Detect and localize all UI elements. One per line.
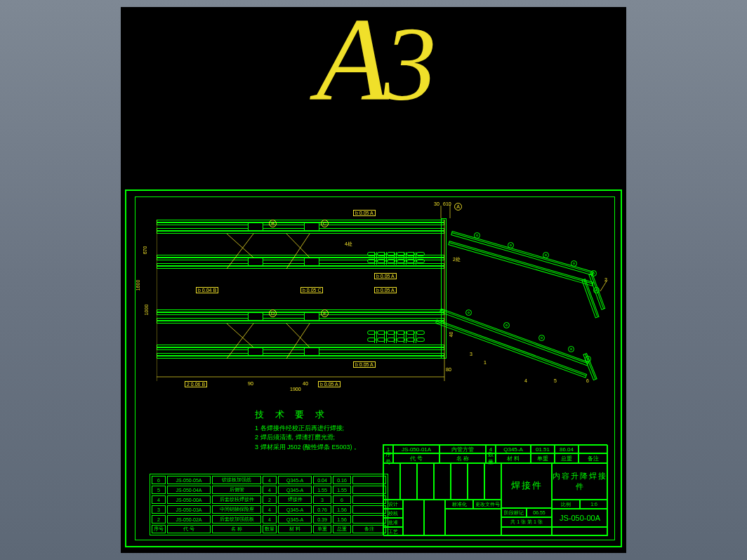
tb-weight-val: 06.55 [527, 508, 552, 517]
tech-req-line: 1 各焊接件经校正后再进行焊接; [255, 424, 360, 434]
note-4x: 4处 [345, 241, 352, 248]
tb-h: 备注 [579, 453, 608, 463]
tol-box: b 0.05 A [374, 273, 397, 279]
iso-leaders [444, 210, 655, 315]
tb-date [424, 500, 445, 536]
iso-callout: 4 [524, 378, 527, 383]
tech-req-title: 技 术 要 求 [255, 408, 360, 422]
tb-h: 数量 [486, 453, 496, 463]
tb-stage: 阶段标记 [501, 508, 527, 517]
tb-col [468, 463, 484, 500]
tb-empty [445, 509, 501, 536]
dim-small2: 610 [443, 201, 451, 206]
tech-req-line: 3 焊材采用 J502 (酸性焊条 E5003) 。 [255, 443, 360, 453]
tb-uw: 01.51 [531, 445, 555, 453]
tb-h: 单重 [531, 453, 555, 463]
drawing-inner-frame: b 0.05 A b 0.05 A b 0.04 B b 0.05 C b 0.… [135, 196, 615, 540]
chain-bot [367, 331, 437, 343]
bolt-icon [538, 335, 545, 341]
tb-col [434, 463, 451, 500]
iso-callout: 6 [586, 378, 589, 383]
table-row: 6 JS-050-05A 铰接板加强筋 4 Q345-A 0.04 0.16 [152, 476, 386, 484]
iso-callout: 1 [484, 360, 487, 365]
tol-box: b 0.05 A [353, 361, 376, 368]
tb-sig [403, 500, 424, 536]
iso-callout: 3 [470, 352, 472, 356]
dim-small1: 30 [434, 201, 439, 206]
drawing-outer-frame: b 0.05 A b 0.05 A b 0.04 B b 0.05 C b 0.… [125, 189, 622, 547]
tb-h: 代 号 [393, 453, 439, 463]
chain-top [367, 252, 437, 265]
tb-name: 内管方管 [439, 445, 486, 453]
tb-empty [552, 527, 608, 536]
tb-mat: Q345-A [496, 445, 531, 453]
sheet-letter: A [317, 0, 384, 126]
tol-box: b 0.05 C [300, 287, 323, 293]
iso-rail [435, 319, 587, 378]
isometric-view: 3 1 4 5 6 2 [444, 210, 606, 378]
balloon: B [269, 220, 277, 227]
tb-empty [501, 527, 552, 536]
tb-drawing-no: JS-050-00A [552, 509, 608, 527]
tb-h: 名 称 [439, 453, 486, 463]
tol-box: b 0.04 B [196, 287, 218, 293]
tb-note [579, 445, 608, 453]
bolt-icon [585, 356, 591, 362]
tb-code: JS-050-01A [393, 445, 439, 453]
iso-rail [439, 308, 589, 366]
tb-project-name: 内容升降焊接件 [552, 463, 608, 500]
table-row: 3JS-050-03A中间销轴保险座4Q345-A0.761.56 [152, 505, 386, 514]
brace-lines [157, 206, 451, 395]
tb-h: 总重 [555, 453, 579, 463]
tb-h: 序号 [383, 453, 393, 463]
iso-callout: 5 [554, 378, 557, 383]
tol-box: b 0.05 A [318, 381, 341, 387]
table-header-row: 序号 代 号 名 称 数量 材 料 单重 总重 备注 [152, 525, 386, 533]
tb-col [400, 463, 417, 500]
tb-col [484, 463, 501, 500]
cad-canvas: A3 [121, 7, 626, 553]
dim-w2: 40 [303, 381, 308, 386]
dim-h3: 1600 [135, 280, 140, 291]
tb-std: 标准化 [445, 500, 473, 509]
tb-process: 工艺 [383, 527, 403, 536]
tb-col [451, 463, 468, 500]
tb-sheet-info: 共 1 张 第 1 张 [501, 517, 552, 527]
tb-h: 材 料 [496, 453, 531, 463]
bom-table-left: 6 JS-050-05A 铰接板加强筋 4 Q345-A 0.04 0.16 5… [150, 474, 388, 535]
table-row: 4JS-050-00A后套纹枝焊接件2焊接件36 [152, 495, 386, 504]
balloon: D [269, 309, 277, 317]
balloon: E [321, 309, 329, 317]
bolt-icon [568, 346, 574, 352]
iso-callout: 2 [604, 277, 607, 282]
dim-h2: 1000 [144, 305, 149, 316]
dim-overall-length: 1900 [290, 387, 301, 392]
sheet-format-label: A3 [317, 0, 431, 119]
sheet-number: 3 [383, 6, 430, 122]
tb-assembly-name: 焊接件 [501, 463, 552, 508]
tb-col [383, 463, 400, 500]
tol-box: b 0.05 A [374, 287, 397, 293]
tech-req-line: 2 焊后须清渣, 焊渣打磨光滑; [255, 433, 360, 443]
tb-scale-label: 比例 [552, 500, 580, 509]
table-row: 5JS-050-04A后侧管4Q345-A1.551.55 [152, 486, 386, 494]
tb-scale-value: 1:6 [580, 500, 608, 509]
balloon: C [321, 220, 329, 227]
dim-h1: 670 [143, 246, 147, 255]
dim-w1: 90 [248, 381, 253, 386]
tb-approve: 批准 [383, 518, 403, 527]
bolt-icon [503, 322, 510, 328]
orthographic-view: b 0.05 A b 0.05 A b 0.04 B b 0.05 C b 0.… [157, 206, 451, 395]
table-row: 2JS-050-02A后套纹加强筋板4Q345-A0.391.56 [152, 515, 386, 524]
tol-box: b 0.05 A [353, 210, 376, 216]
title-block: 1 JS-050-01A 内管方管 4 Q345-A 01.51 86.04 序… [383, 444, 607, 535]
tb-col [417, 463, 434, 500]
tb-tw: 86.04 [555, 445, 579, 453]
technical-requirements: 技 术 要 求 1 各焊接件经校正后再进行焊接; 2 焊后须清渣, 焊渣打磨光滑… [255, 408, 360, 452]
tb-design: 设计 [383, 500, 403, 509]
tb-change: 更改文件号 [473, 500, 501, 509]
tb-check: 校核 [383, 509, 403, 518]
tol-box: 2 0.06 B [185, 381, 207, 387]
